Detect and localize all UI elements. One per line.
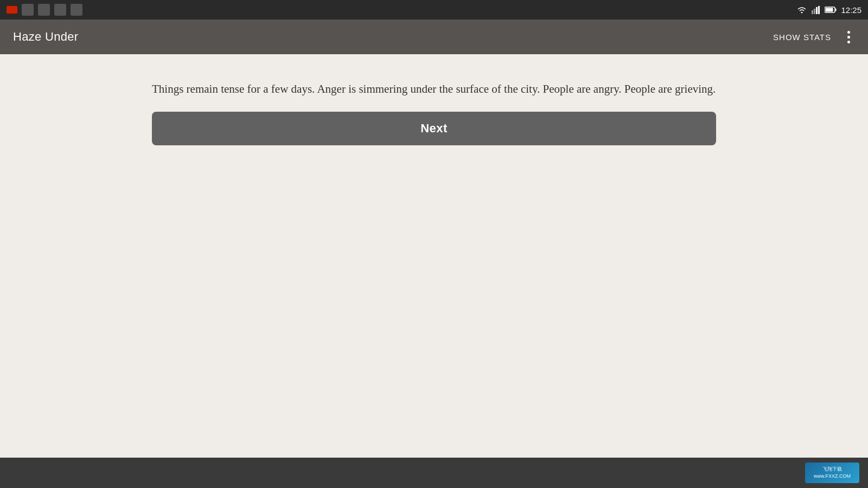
main-content: Things remain tense for a few days. Ange…	[0, 54, 868, 458]
watermark-text-2: www.FXXZ.COM	[814, 473, 851, 480]
battery-icon	[825, 7, 837, 13]
overflow-dot-3	[847, 41, 850, 43]
signal-icon	[812, 6, 820, 14]
app-icon-2	[38, 4, 50, 16]
svg-rect-3	[816, 7, 818, 14]
app-bar: Haze Under SHOW STATS	[0, 20, 868, 54]
content-inner: Things remain tense for a few days. Ange…	[0, 80, 868, 145]
app-bar-actions: SHOW STATS	[773, 30, 855, 43]
bottom-bar: 飞翔下载 www.FXXZ.COM	[0, 458, 868, 488]
svg-marker-0	[801, 12, 803, 14]
story-text: Things remain tense for a few days. Ange…	[152, 80, 716, 99]
app-title: Haze Under	[13, 30, 78, 44]
overflow-dot-1	[847, 31, 850, 34]
svg-rect-1	[812, 10, 813, 14]
svg-rect-2	[814, 9, 815, 14]
time-display: 12:25	[841, 5, 861, 15]
svg-rect-4	[818, 6, 820, 14]
overflow-menu-button[interactable]	[842, 30, 855, 43]
next-button[interactable]: Next	[152, 112, 716, 145]
watermark: 飞翔下载 www.FXXZ.COM	[805, 463, 859, 483]
wifi-icon	[796, 6, 807, 14]
status-bar: 12:25	[0, 0, 868, 20]
svg-rect-6	[835, 9, 837, 11]
watermark-text-1: 飞翔下载	[822, 466, 842, 473]
status-bar-left	[7, 4, 82, 16]
app-icon-4	[71, 4, 82, 16]
app-icon-1	[22, 4, 34, 16]
show-stats-button[interactable]: SHOW STATS	[773, 33, 831, 42]
overflow-dot-2	[847, 36, 850, 38]
notification-icon	[7, 6, 17, 14]
app-icon-3	[54, 4, 66, 16]
svg-rect-7	[826, 8, 833, 12]
status-bar-right: 12:25	[796, 5, 861, 15]
